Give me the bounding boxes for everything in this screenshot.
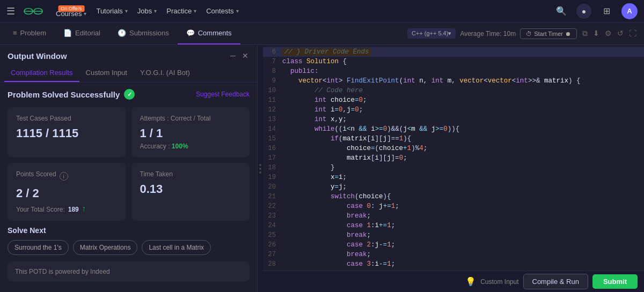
code-line-25: 25 break;	[263, 230, 644, 240]
tab-problem[interactable]: ≡ Problem	[4, 23, 55, 44]
search-icon[interactable]: 🔍	[554, 4, 569, 19]
output-tabs: Compilation Results Custom Input Y.O.G.I…	[0, 64, 257, 83]
code-line-13: 13 int x,y;	[263, 115, 644, 124]
code-line-16: 16 choice=(choice+1)%4;	[263, 144, 644, 153]
tab-comments[interactable]: 💬 Comments	[178, 23, 240, 44]
hamburger-icon[interactable]: ☰	[6, 5, 15, 17]
success-check-icon: ✓	[124, 89, 135, 100]
courses-chevron-icon: ▾	[84, 11, 86, 17]
code-line-8: 8 public:	[263, 66, 644, 76]
points-label: Points Scored	[16, 170, 56, 178]
code-line-21: 21 switch(choice){	[263, 192, 644, 201]
tab-compilation-results[interactable]: Compilation Results	[4, 64, 79, 82]
timer-circle-icon: ⏺	[565, 31, 571, 37]
tab-custom-input[interactable]: Custom Input	[79, 64, 134, 82]
resize-dots	[259, 164, 261, 174]
output-header: Output Window ─ ✕	[0, 45, 257, 64]
test-cases-label: Test Cases Passed	[16, 115, 118, 122]
avg-time-label: Average Time: 10m	[460, 30, 516, 38]
nav-tutorials[interactable]: Tutorials ▾	[96, 7, 127, 15]
solve-next-section: Solve Next Surround the 1's Matrix Opera…	[8, 226, 250, 255]
jobs-chevron-icon: ▾	[154, 8, 157, 14]
fullscreen-icon[interactable]: ⛶	[628, 28, 638, 39]
code-line-6: 6 // } Driver Code Ends	[263, 47, 644, 57]
gfg-logo[interactable]	[24, 5, 43, 18]
code-line-14: 14 while((i<n && i>=0)&&(j<m && j>=0)){	[263, 124, 644, 134]
nav-jobs[interactable]: Jobs ▾	[137, 7, 157, 15]
translate-icon[interactable]: ⊞	[599, 4, 614, 19]
total-score-value: 189	[68, 206, 79, 213]
output-header-actions: ─ ✕	[229, 50, 250, 61]
stats-grid: Test Cases Passed 1115 / 1115 Attempts :…	[8, 107, 250, 158]
code-line-7: 7 class Solution {	[263, 57, 644, 66]
minimize-icon[interactable]: ─	[229, 50, 237, 61]
contests-chevron-icon: ▾	[236, 8, 239, 14]
output-body: Problem Solved Successfully ✓ Suggest Fe…	[0, 83, 257, 292]
output-window-title: Output Window	[8, 51, 67, 61]
editor-toolbar: C++ (g++ 5.4)▾ Average Time: 10m ⏱ Start…	[407, 23, 644, 44]
attempts-label: Attempts : Correct / Total	[140, 115, 241, 122]
code-line-11: 11 int choice=0;	[263, 95, 644, 105]
attempts-card: Attempts : Correct / Total 1 / 1 Accurac…	[131, 107, 250, 158]
tab-editorial[interactable]: 📄 Editorial	[55, 23, 109, 44]
comments-icon: 💬	[186, 29, 195, 37]
problem-icon: ≡	[13, 29, 17, 37]
submit-button[interactable]: Submit	[592, 274, 638, 289]
top-nav: ☰ On Offers Courses ▾ Tutorials ▾ Jobs ▾…	[0, 0, 644, 23]
indeed-banner: This POTD is powered by Indeed	[8, 261, 250, 282]
settings-icon[interactable]: ⚙	[604, 28, 613, 39]
lightbulb-icon[interactable]: 💡	[465, 276, 476, 287]
download-icon[interactable]: ⬇	[592, 28, 601, 39]
time-taken-label: Time Taken	[140, 170, 241, 178]
code-line-18: 18 }	[263, 163, 644, 173]
code-line-10: 10 // Code here	[263, 86, 644, 95]
code-editor[interactable]: 6 // } Driver Code Ends 7 class Solution…	[263, 45, 644, 292]
theme-toggle-icon[interactable]: ●	[576, 4, 591, 19]
editorial-icon: 📄	[63, 29, 72, 37]
avatar[interactable]: A	[621, 3, 638, 19]
copy-icon[interactable]: ⧉	[581, 28, 589, 39]
code-line-24: 24 case 1:i+=1;	[263, 221, 644, 230]
tab-yogi-bot[interactable]: Y.O.G.I. (AI Bot)	[134, 64, 196, 82]
nav-practice[interactable]: Practice ▾	[166, 7, 196, 15]
compiler-selector[interactable]: C++ (g++ 5.4)▾	[407, 28, 456, 39]
offers-badge: On Offers	[58, 5, 84, 12]
problem-tabs-row: ≡ Problem 📄 Editorial 🕐 Submissions 💬 Co…	[0, 23, 644, 45]
code-line-23: 23 break;	[263, 211, 644, 221]
refresh-icon[interactable]: ↺	[616, 28, 625, 39]
custom-input-label: Custom Input	[480, 278, 518, 286]
resize-handle[interactable]	[258, 45, 263, 292]
solve-next-chips: Surround the 1's Matrix Operations Last …	[8, 240, 250, 255]
bottom-bar: 💡 Custom Input Compile & Run Submit	[263, 271, 644, 292]
editor-icon-group: ⧉ ⬇ ⚙ ↺ ⛶	[581, 28, 638, 39]
tab-submissions[interactable]: 🕐 Submissions	[109, 23, 178, 44]
main-content: Output Window ─ ✕ Compilation Results Cu…	[0, 45, 644, 292]
code-line-20: 20 y=j;	[263, 182, 644, 192]
close-output-icon[interactable]: ✕	[241, 50, 250, 61]
total-score-row: Your Total Score: 189 ↑	[16, 204, 118, 213]
points-time-grid: Points Scored i 2 / 2 Your Total Score: …	[8, 163, 250, 221]
submissions-icon: 🕐	[118, 29, 126, 37]
success-banner: Problem Solved Successfully ✓ Suggest Fe…	[8, 89, 250, 100]
chip-matrix-ops[interactable]: Matrix Operations	[73, 240, 138, 255]
code-line-12: 12 int i=0,j=0;	[263, 105, 644, 115]
output-panel: Output Window ─ ✕ Compilation Results Cu…	[0, 45, 258, 292]
nav-courses-wrap: On Offers Courses ▾	[56, 4, 86, 18]
score-up-icon: ↑	[82, 204, 86, 213]
suggest-feedback-link[interactable]: Suggest Feedback	[196, 91, 250, 98]
info-icon[interactable]: i	[60, 172, 68, 181]
success-message: Problem Solved Successfully ✓	[8, 89, 135, 100]
points-header: Points Scored i	[16, 170, 118, 182]
chip-last-cell[interactable]: Last cell in a Matrix	[142, 240, 211, 255]
compile-run-button[interactable]: Compile & Run	[523, 274, 588, 289]
code-area[interactable]: 6 // } Driver Code Ends 7 class Solution…	[263, 45, 644, 271]
chip-surround[interactable]: Surround the 1's	[8, 240, 69, 255]
practice-chevron-icon: ▾	[194, 8, 196, 14]
nav-contests[interactable]: Contests ▾	[206, 7, 238, 15]
code-line-15: 15 if(matrix[i][j]==1){	[263, 134, 644, 144]
points-card: Points Scored i 2 / 2 Your Total Score: …	[8, 163, 126, 221]
nav-items: On Offers Courses ▾ Tutorials ▾ Jobs ▾ P…	[56, 4, 554, 18]
code-line-9: 9 vector<int> FindExitPoint(int n, int m…	[263, 76, 644, 86]
code-line-28: 28 case 3:i-=1;	[263, 259, 644, 269]
start-timer-button[interactable]: ⏱ Start Timer ⏺	[520, 28, 577, 39]
